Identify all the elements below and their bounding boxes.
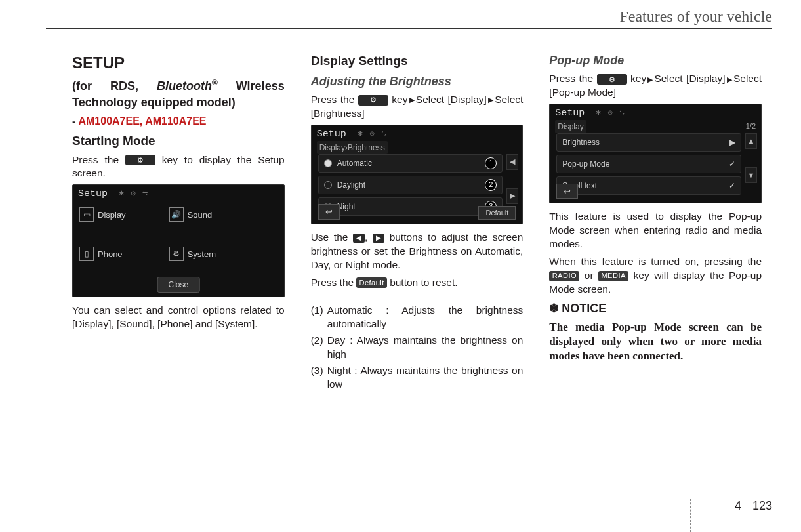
dot-icon: ⊙ (131, 189, 136, 198)
num-1: (1) (311, 304, 323, 331)
sound-icon: 🔊 (169, 207, 184, 222)
h-rds-pre: (for RDS, (72, 79, 157, 92)
callout-1: 1 (485, 157, 497, 169)
chevron-right-icon: ▶ (647, 75, 653, 83)
footer-rule (46, 499, 772, 499)
chevron-down-icon: ▼ (745, 167, 757, 183)
heading-starting-mode: Starting Mode (72, 133, 285, 150)
check-icon: ✓ (729, 159, 735, 169)
default-key: Default (356, 277, 386, 288)
ss-status-icons: ✱⊙⇋ (119, 189, 148, 198)
tile-phone: ▯Phone (79, 247, 159, 261)
ss-back-button: ↩ (318, 204, 340, 220)
radio-key: RADIO (549, 271, 579, 281)
chevron-up-icon: ▲ (745, 133, 757, 149)
txt-key-post: key (630, 73, 646, 84)
body-2: Day : Always maintains the brightness on… (327, 334, 524, 361)
ss-option-rows: Automatic 1 Daylight 2 Night 3 (318, 154, 503, 219)
link-icon: ⇋ (142, 189, 148, 198)
heading-setup: SETUP (72, 52, 285, 73)
ss-tiles: ▭Display 🔊Sound ▯Phone ⚙System (79, 207, 277, 276)
tile-system-label: System (188, 249, 216, 260)
row-night: Night 3 (318, 197, 503, 216)
footer-dash-vertical (690, 499, 691, 532)
dot-icon: ⊙ (369, 129, 375, 138)
p-use-arrows: Use the ◀, ▶ buttons to adjust the scree… (311, 231, 524, 272)
check-icon: ✓ (729, 180, 735, 191)
chevron-left-icon: ◀ (506, 154, 518, 170)
ss-menu-rows: Brightness ▶ Pop-up Mode ✓ Scroll text ✓ (556, 133, 741, 198)
screenshot-display-menu: Setup ✱⊙⇋ Display 1/2 Brightness ▶ Pop-u… (549, 104, 762, 203)
body-3: Night : Always maintains the brightness … (327, 364, 524, 392)
opt-day-label: Daylight (337, 180, 365, 190)
heading-adjust-brightness: Adjusting the Brightness (311, 73, 524, 89)
txt-pre: Press the (311, 277, 357, 288)
header-rule (46, 28, 772, 29)
ss-title: Setup (317, 128, 346, 141)
radio-off-icon (324, 181, 332, 189)
heading-model: (for RDS, Bluetooth® Wireless Technology… (72, 77, 285, 110)
p-press-default: Press the Default button to reset. (311, 276, 524, 290)
tile-sound: 🔊Sound (169, 207, 249, 222)
lead-1: Automatic : (327, 304, 402, 316)
tile-display: ▭Display (79, 207, 159, 222)
screenshot-setup-main: Setup ✱⊙⇋ ▭Display 🔊Sound ▯Phone ⚙System… (72, 184, 285, 297)
dot-icon: ⊙ (607, 108, 613, 117)
ss-scroll-arrows: ◀ ▶ (506, 154, 518, 204)
row-popup: Pop-up Mode ✓ (556, 155, 741, 173)
list-item-2: (2) Day : Always maintains the brightnes… (311, 334, 524, 361)
ss-breadcrumb: Display›Brightness (317, 141, 388, 154)
content-columns: SETUP (for RDS, Bluetooth® Wireless Tech… (72, 52, 762, 486)
ss-title: Setup (78, 188, 108, 201)
bluetooth-word: Bluetooth (157, 79, 212, 92)
notice-body: The media Pop-up Mode screen can be disp… (549, 320, 762, 363)
chevron-right-icon: ▶ (408, 96, 415, 104)
num-2: (2) (311, 334, 323, 361)
tile-sound-label: Sound (188, 209, 213, 221)
txt-post: button to reset. (390, 277, 457, 288)
tile-display-label: Display (98, 209, 126, 221)
tile-system: ⚙System (169, 247, 249, 261)
display-icon: ▭ (79, 207, 94, 222)
ss-back-button: ↩ (556, 184, 578, 199)
page-number: 4 123 (735, 491, 772, 520)
heading-popup-mode: Pop-up Mode (549, 52, 762, 68)
system-icon: ⚙ (169, 247, 184, 261)
reg-mark: ® (212, 78, 218, 87)
ss-close-button: Close (157, 277, 199, 293)
screenshot-brightness: Setup ✱⊙⇋ Display›Brightness Automatic 1… (311, 125, 524, 224)
txt-mid: , (365, 232, 373, 243)
num-3: (3) (311, 364, 323, 392)
txt-pre: Press the (311, 94, 358, 105)
txt-pre: Press the (549, 73, 596, 84)
p-feature-desc: This feature is used to display the Pop-… (549, 210, 762, 251)
txt-sel1: Select [Display] (655, 73, 726, 84)
link-icon: ⇋ (619, 108, 625, 117)
row-brightness: Brightness ▶ (556, 133, 741, 152)
gear-key-icon (358, 95, 388, 106)
row-automatic: Automatic 1 (318, 154, 503, 173)
p-press-popup: Press the key▶Select [Display]▶Select [P… (549, 72, 762, 100)
row-scroll: Scroll text ✓ (556, 176, 741, 195)
txt-pre: Use the (311, 232, 353, 243)
txt-key-post: key (392, 94, 407, 105)
gear-key-icon (125, 155, 155, 165)
tile-phone-label: Phone (98, 249, 123, 260)
model-line: - AM100A7EE, AM110A7EE (72, 114, 285, 129)
row-brightness-label: Brightness (562, 137, 600, 148)
p-when-on: When this feature is turned on, pressing… (549, 255, 762, 297)
txt-pre: When this feature is turned on, pressing… (549, 256, 762, 267)
lead-3: Night : (327, 365, 361, 376)
ss-default-button: Default (478, 206, 516, 220)
notice-label: NOTICE (562, 302, 606, 315)
page-number-value: 123 (752, 499, 772, 513)
bt-icon: ✱ (119, 189, 124, 198)
ss-title: Setup (555, 107, 585, 120)
asterisk-icon: ✽ (549, 302, 559, 315)
model-codes: AM100A7EE, AM110A7EE (78, 115, 206, 127)
p-press-setup: Press the key to display the Setup scree… (72, 153, 285, 181)
bt-icon: ✱ (358, 129, 363, 138)
bt-icon: ✱ (596, 108, 601, 117)
list-item-3: (3) Night : Always maintains the brightn… (311, 364, 524, 392)
ss-breadcrumb: Display (555, 120, 586, 133)
